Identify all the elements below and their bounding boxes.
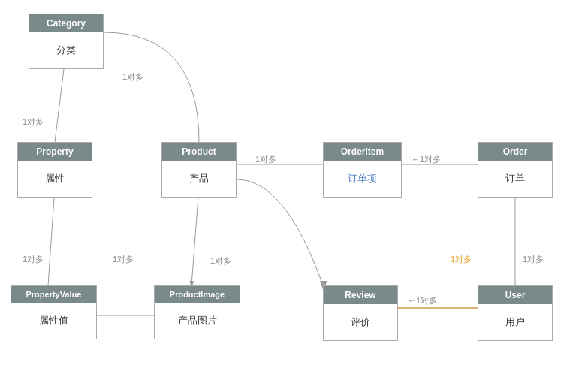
entity-propertyvalue-body: 属性值: [11, 303, 96, 339]
rel-label-user-order: 1对多: [523, 254, 544, 265]
entity-productimage-body: 产品图片: [155, 303, 240, 339]
entity-orderitem-body: 订单项: [324, 161, 401, 197]
entity-review: Review 评价: [323, 285, 398, 341]
entity-propertyvalue: PropertyValue 属性值: [11, 285, 97, 339]
rel-label-prod-prodimg: 1对多: [113, 254, 134, 265]
entity-review-body: 评价: [324, 304, 397, 340]
rel-label-cat-prod: 1对多: [122, 71, 143, 83]
entity-product-header: Product: [162, 143, 236, 161]
rel-label-user-order-orange: 1对多: [451, 254, 472, 265]
rel-label-prop-propval: 1对多: [23, 254, 44, 265]
entity-property-body: 属性: [18, 161, 92, 197]
entity-orderitem-header: OrderItem: [324, 143, 401, 161]
entity-productimage-header: ProductImage: [155, 286, 240, 303]
entity-order: Order 订单: [478, 142, 553, 198]
entity-category: Category 分类: [29, 14, 104, 69]
entity-propertyvalue-header: PropertyValue: [11, 286, 96, 303]
svg-line-1: [48, 187, 55, 285]
entity-category-header: Category: [29, 14, 103, 32]
rel-label-prod-review: 1对多: [210, 255, 231, 267]
entity-order-header: Order: [478, 143, 552, 161]
svg-line-2: [191, 187, 199, 285]
entity-productimage: ProductImage 产品图片: [154, 285, 240, 339]
entity-property-header: Property: [18, 143, 92, 161]
rel-label-order-orderitem: ←1对多: [412, 154, 441, 165]
rel-label-cat-prop: 1对多: [23, 116, 44, 128]
entity-property: Property 属性: [17, 142, 92, 198]
entity-orderitem: OrderItem 订单项: [323, 142, 402, 198]
entity-order-body: 订单: [478, 161, 552, 197]
entity-user: User 用户: [478, 285, 553, 341]
entity-category-body: 分类: [29, 32, 103, 68]
diagram-container: Category 分类 Property 属性 PropertyValue 属性…: [0, 0, 588, 386]
entity-user-body: 用户: [478, 304, 552, 340]
entity-product-body: 产品: [162, 161, 236, 197]
rel-label-prod-orderitem: 1对多: [255, 154, 276, 165]
entity-product: Product 产品: [161, 142, 237, 198]
entity-user-header: User: [478, 286, 552, 304]
entity-review-header: Review: [324, 286, 397, 304]
rel-label-user-review: ←1对多: [408, 295, 437, 306]
